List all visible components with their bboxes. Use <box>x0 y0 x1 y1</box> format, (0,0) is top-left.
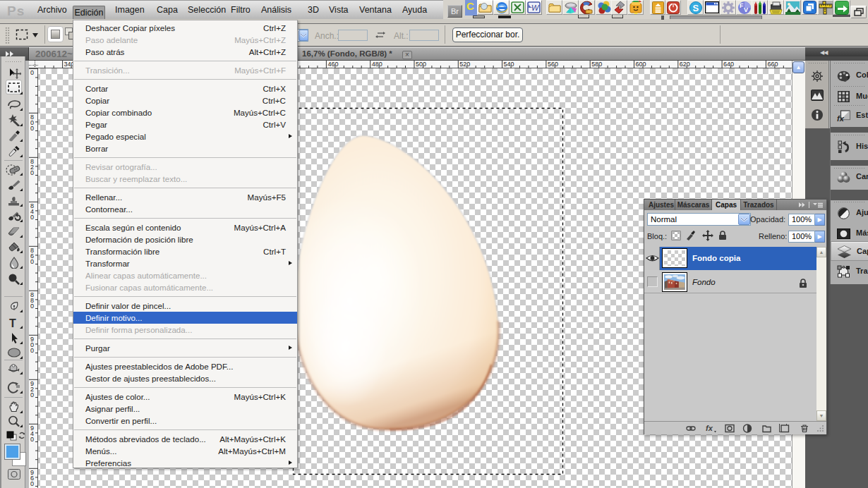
svg-text:660: 660 <box>767 61 778 68</box>
svg-text:520: 520 <box>459 61 470 68</box>
svg-text:580: 580 <box>591 61 602 68</box>
svg-text:W: W <box>531 4 540 12</box>
svg-text:0: 0 <box>30 480 34 487</box>
svg-text:0: 0 <box>30 258 34 265</box>
svg-text:T: T <box>9 317 16 328</box>
svg-text:0: 0 <box>30 391 34 398</box>
svg-text:fx: fx <box>706 424 713 432</box>
svg-text:480: 480 <box>372 61 382 68</box>
svg-text:0: 0 <box>30 125 34 132</box>
svg-text:S: S <box>693 3 699 13</box>
svg-text:560: 560 <box>548 61 558 68</box>
svg-text:540: 540 <box>504 61 514 68</box>
svg-text:0: 0 <box>30 214 34 221</box>
svg-text:640: 640 <box>723 61 734 68</box>
svg-text:0: 0 <box>30 69 34 76</box>
svg-text:620: 620 <box>680 61 690 68</box>
svg-text:600: 600 <box>636 61 646 68</box>
svg-text:460: 460 <box>327 61 338 68</box>
svg-text:0: 0 <box>30 169 34 176</box>
svg-text:0: 0 <box>30 347 34 354</box>
svg-text:500: 500 <box>416 61 426 68</box>
svg-text:0: 0 <box>30 303 34 310</box>
svg-text:V: V <box>744 6 748 13</box>
svg-text:0: 0 <box>30 436 34 443</box>
svg-text:fx: fx <box>837 114 845 123</box>
